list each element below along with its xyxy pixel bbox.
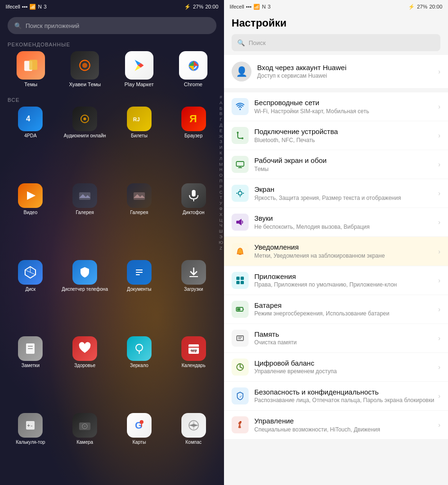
settings-item-apps[interactable]: Приложения Права, Приложения по умолчани… [224, 266, 448, 295]
app-item-video[interactable]: Видео [6, 183, 55, 255]
app-item-documents[interactable]: Документы [115, 260, 164, 332]
settings-title-sounds: Звуки [254, 214, 434, 223]
alpha-char-В[interactable]: В [219, 111, 222, 117]
settings-subtitle-security: Распознавание лица, Отпечаток пальца, Па… [254, 397, 434, 404]
alpha-char-Н[interactable]: Н [219, 167, 223, 172]
alpha-char-Р[interactable]: Р [219, 184, 222, 189]
app-item-calendar[interactable]: четвер Календарь [169, 336, 218, 408]
right-time: 20:00 [429, 4, 442, 9]
alpha-char-П[interactable]: П [219, 179, 222, 184]
settings-item-wireless[interactable]: Беспроводные сети Wi-Fi, Настройки SIM-к… [224, 92, 448, 121]
alpha-char-О[interactable]: О [219, 173, 223, 178]
alpha-char-Ж[interactable]: Ж [219, 134, 223, 139]
left-status-right: ⚡ 27% 20:00 [184, 4, 218, 10]
app-item-dictaphone[interactable]: Диктофон [169, 183, 218, 255]
settings-item-management[interactable]: Управление Специальные возможности, HiTo… [224, 411, 448, 439]
alpha-char-Т[interactable]: Т [220, 195, 223, 200]
app-label-dispatcher: Диспетчер телефона [62, 287, 108, 292]
app-label-huawei-themes: Хуавеи Темы [69, 81, 101, 88]
app-item-4pda[interactable]: 4 4PDA [6, 107, 55, 179]
settings-icon-battery [232, 301, 249, 318]
alpha-char-С[interactable]: С [219, 190, 223, 195]
settings-item-notifications[interactable]: Уведомления Метки, Уведомления на заблок… [224, 237, 448, 265]
alpha-char-Ю[interactable]: Ю [219, 240, 223, 245]
app-item-gallery2[interactable]: Галерея [115, 183, 164, 255]
app-item-playmarket[interactable]: Play Маркет [114, 51, 164, 88]
app-item-compass[interactable]: Компас [169, 413, 218, 485]
alpha-char-Л[interactable]: Л [220, 156, 223, 162]
app-icon-gallery1 [72, 183, 97, 208]
alpha-char-Э[interactable]: Э [219, 234, 222, 240]
huawei-account-text: Вход через аккаунт Huawei Доступ к серви… [257, 63, 434, 80]
svg-marker-50 [189, 424, 198, 427]
settings-search-bar[interactable]: 🔍 Поиск [232, 34, 440, 51]
app-item-notes[interactable]: Заметки [6, 336, 55, 408]
alpha-char-Б[interactable]: Б [220, 106, 223, 111]
alpha-char-М[interactable]: М [219, 162, 223, 167]
alpha-char-З[interactable]: З [220, 139, 222, 144]
alphabet-sidebar: #АБВГДЕЖЗИКЛМНОПРСТУФХЦЧШЭЮZ [219, 95, 223, 485]
app-item-huawei-themes[interactable]: Хуавеи Темы [60, 51, 110, 88]
settings-item-connection[interactable]: Подключение устройства Bluetooth, NFC, П… [224, 121, 448, 150]
settings-item-memory[interactable]: Память Очистка памяти › [224, 324, 448, 352]
app-icon-gallery2 [127, 183, 152, 208]
alpha-char-К[interactable]: К [220, 151, 222, 156]
alpha-char-И[interactable]: И [219, 145, 222, 150]
all-apps-grid: 4 4PDA Аудиокниги онлайн RJ Билеты Я Бра… [0, 107, 224, 485]
settings-icon-security: ✓ [232, 387, 249, 404]
app-item-audiobooks[interactable]: Аудиокниги онлайн [60, 107, 110, 179]
app-item-browser[interactable]: Я Браузер [169, 107, 218, 179]
alpha-char-А[interactable]: А [219, 100, 222, 106]
alpha-char-Ч[interactable]: Ч [219, 223, 222, 228]
app-label-playmarket: Play Маркет [125, 81, 154, 88]
chevron-icon-wireless: › [438, 103, 440, 110]
app-item-camera[interactable]: Камера [60, 413, 110, 485]
huawei-account-item[interactable]: 👤 Вход через аккаунт Huawei Доступ к сер… [224, 55, 448, 88]
app-item-tickets[interactable]: RJ Билеты [115, 107, 164, 179]
svg-point-53 [242, 137, 243, 139]
chevron-icon-security: › [438, 392, 440, 400]
app-label-audiobooks: Аудиокниги онлайн [63, 133, 106, 139]
app-item-dispatcher[interactable]: Диспетчер телефона [60, 260, 110, 332]
app-item-gallery1[interactable]: Галерея [60, 183, 110, 255]
app-search-bar[interactable]: 🔍 Поиск приложений [8, 17, 216, 34]
app-item-maps[interactable]: G Карты [115, 413, 164, 485]
svg-point-15 [83, 117, 86, 120]
search-icon: 🔍 [14, 22, 22, 29]
alpha-char-Z[interactable]: Z [220, 246, 223, 251]
chevron-icon-digital-balance: › [438, 363, 440, 371]
alpha-char-У[interactable]: У [220, 201, 223, 206]
app-item-calculator[interactable]: +- Калькуля-тор [6, 413, 55, 485]
search-placeholder: Поиск приложений [26, 22, 80, 29]
chevron-icon-desktop: › [438, 161, 440, 168]
settings-item-desktop[interactable]: Рабочий экран и обои Темы › [224, 150, 448, 179]
alpha-char-Г[interactable]: Г [220, 117, 222, 122]
settings-item-sounds[interactable]: Звуки Не беспокоить, Мелодия вызова, Виб… [224, 208, 448, 236]
app-icon-camera [72, 413, 97, 438]
settings-icon-notifications [232, 243, 249, 260]
alpha-char-Ц[interactable]: Ц [219, 218, 223, 223]
settings-title-memory: Память [254, 330, 434, 339]
alpha-char-Е[interactable]: Е [219, 128, 222, 134]
app-item-themes[interactable]: Темы [6, 51, 56, 88]
settings-item-security[interactable]: ✓ Безопасность и конфиденциальность Расп… [224, 382, 448, 410]
app-label-health: Здоровье [74, 363, 96, 368]
alpha-char-Х[interactable]: Х [219, 212, 222, 217]
app-label-tickets: Билеты [131, 133, 147, 139]
alpha-char-Ф[interactable]: Ф [219, 207, 223, 212]
app-item-disk[interactable]: Диск [6, 260, 55, 332]
huawei-account-subtitle: Доступ к сервисам Huawei [257, 72, 434, 80]
app-item-chrome[interactable]: Chrome [168, 51, 218, 88]
settings-item-screen[interactable]: Экран Яркость, Защита зрения, Размер тек… [224, 179, 448, 207]
app-item-downloads[interactable]: Загрузки [169, 260, 218, 332]
settings-item-digital-balance[interactable]: Цифровой баланс Управление временем дост… [224, 353, 448, 381]
settings-item-battery[interactable]: Батарея Режим энергосбережения, Использо… [224, 295, 448, 323]
svg-point-47 [140, 420, 143, 424]
app-item-mirror[interactable]: Зеркало [115, 336, 164, 408]
settings-icon-memory [232, 330, 249, 347]
alpha-char-Д[interactable]: Д [219, 123, 222, 128]
alpha-char-Ш[interactable]: Ш [219, 229, 223, 234]
app-item-health[interactable]: Здоровье [60, 336, 110, 408]
alpha-char-#[interactable]: # [220, 95, 222, 100]
left-status-bar: lifecell ▪▪▪ 📶 N 3 ⚡ 27% 20:00 [0, 0, 224, 13]
